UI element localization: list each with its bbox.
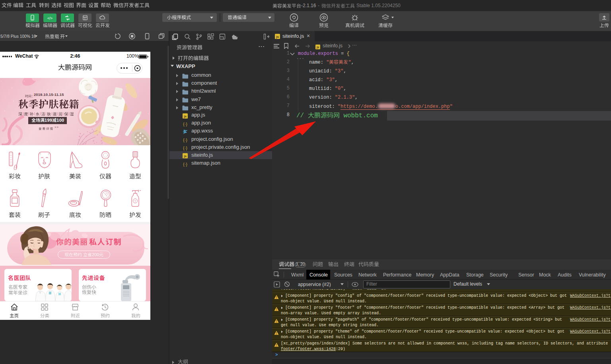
- svg-text:js: js: [316, 45, 319, 49]
- svg-text:</>: </>: [47, 16, 53, 20]
- svg-text:{·}: {·}: [183, 146, 187, 150]
- svg-text:{·}: {·}: [183, 138, 187, 142]
- svg-text:js: js: [183, 154, 187, 158]
- svg-text:js: js: [183, 115, 187, 118]
- svg-text:{·}: {·}: [183, 162, 187, 167]
- svg-text:js: js: [276, 35, 279, 39]
- svg-text:{·}: {·}: [183, 122, 187, 127]
